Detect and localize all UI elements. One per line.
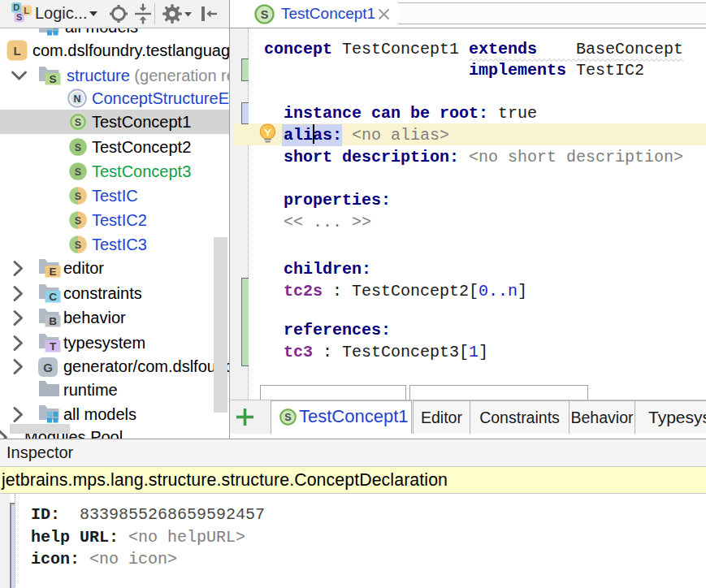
svg-text:C: C	[49, 291, 57, 303]
svg-text:S: S	[75, 166, 81, 178]
svg-text:E: E	[49, 266, 56, 278]
svg-text:S: S	[75, 191, 81, 202]
svg-text:S: S	[16, 12, 22, 22]
svg-text:T: T	[50, 340, 57, 352]
svg-text:S: S	[75, 117, 81, 128]
svg-text:D: D	[13, 2, 19, 12]
svg-text:G: G	[43, 361, 53, 374]
svg-text:S: S	[75, 142, 81, 153]
svg-text:N: N	[73, 93, 80, 105]
svg-text:L: L	[24, 6, 29, 15]
svg-text:B: B	[49, 315, 57, 327]
svg-text:S: S	[75, 240, 81, 251]
svg-text:S: S	[284, 412, 291, 423]
svg-text:L: L	[13, 44, 20, 58]
svg-text:S: S	[75, 215, 81, 227]
svg-text:S: S	[49, 73, 56, 85]
svg-text:S: S	[261, 8, 269, 21]
